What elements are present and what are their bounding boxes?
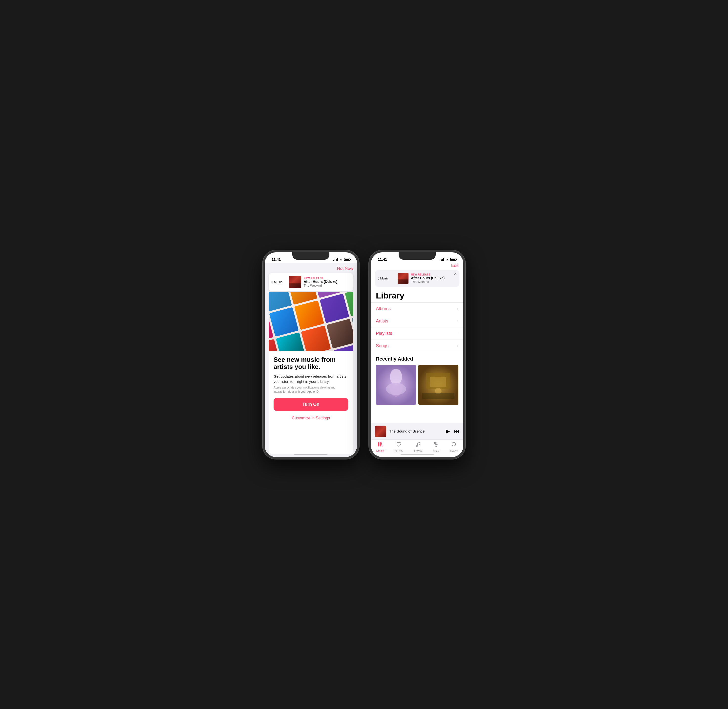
promo-description: Get updates about new releases from arti… [274,373,348,384]
svg-point-2 [386,383,406,395]
tab-browse[interactable]: Browse [414,442,422,452]
wifi-icon-1: ▲ [339,257,342,261]
svg-rect-8 [378,442,379,446]
music-notification-card-1:  Music NEW RELEASE After Hours (Deluxe)… [269,273,353,291]
browse-tab-icon [415,442,421,449]
edit-button[interactable]: Edit [451,263,459,268]
phone-2-screen: 11:41 ▲ Edit [371,252,463,457]
tab-search[interactable]: Search [450,442,458,452]
notification-overlay: Not Now  Music NEW RELEASE After H [265,263,357,457]
album-thumb-1 [289,276,301,288]
tab-browse-label: Browse [414,449,422,452]
now-playing-controls: ▶ ⏭ [446,428,459,435]
tab-library-label: Library [376,449,384,452]
library-section: Library Albums › Artists › Playlists › [371,291,463,423]
phone-1: 11:41 ▲ Not Now [263,250,359,459]
svg-point-10 [416,445,417,446]
recent-album-1[interactable] [376,365,416,405]
promo-heading: See new music from artists you like. [274,356,348,371]
radio-tab-icon [434,442,439,449]
tab-for-you-label: For You [395,449,403,452]
promo-section: See new music from artists you like. Get… [269,351,353,454]
chevron-artists: › [457,319,459,323]
skip-button[interactable]: ⏭ [454,428,459,435]
recently-added-title: Recently Added [376,356,459,362]
tab-search-label: Search [450,449,458,452]
status-time-1: 11:41 [272,257,281,261]
status-icons-2: ▲ [440,257,456,261]
library-item-songs[interactable]: Songs › [371,340,463,352]
close-notification-button[interactable]: ✕ [454,272,457,276]
phone-1-screen: 11:41 ▲ Not Now [265,252,357,457]
svg-rect-5 [430,376,446,387]
music-card-text-2: NEW RELEASE After Hours (Deluxe) The Wee… [411,273,456,284]
library-title: Library [371,291,463,302]
album-thumb-2 [397,273,409,284]
now-playing-bar: The Sound of Silence ▶ ⏭ [371,423,463,439]
svg-point-1 [390,369,402,385]
home-indicator-2 [400,454,434,455]
home-indicator-1 [294,454,328,455]
album-mosaic [269,292,353,351]
edit-btn-container: Edit [371,263,463,270]
svg-line-16 [455,445,456,446]
music-card-text-1: NEW RELEASE After Hours (Deluxe) The Wee… [304,277,350,287]
apple-music-logo-1:  Music [272,280,282,284]
not-now-button[interactable]: Not Now [337,266,353,271]
chevron-albums: › [457,306,459,311]
play-button[interactable]: ▶ [446,428,450,435]
phone2-content: Edit  Music NEW RELEASE After Hours (De… [371,263,463,457]
promo-disclaimer: Apple associates your notifications view… [274,385,348,394]
now-playing-title: The Sound of Silence [389,429,443,433]
search-tab-icon [451,442,457,449]
svg-point-15 [452,442,456,446]
turn-on-button[interactable]: Turn On [274,398,348,411]
recent-album-2[interactable] [418,365,459,405]
tab-library[interactable]: Library [376,442,384,452]
for-you-tab-icon [396,442,402,449]
svg-point-11 [419,444,420,446]
library-item-playlists[interactable]: Playlists › [371,327,463,340]
status-icons-1: ▲ [333,257,350,261]
signal-icon-2 [440,258,444,261]
apple-logo-2:  [378,276,379,280]
chevron-songs: › [457,344,459,348]
notch-1 [292,252,329,260]
status-time-2: 11:41 [378,257,387,261]
library-tab-icon [377,442,383,449]
tab-for-you[interactable]: For You [395,442,403,452]
phone-2: 11:41 ▲ Edit [369,250,465,459]
chevron-playlists: › [457,331,459,336]
tab-radio[interactable]: Radio [433,442,440,452]
phone1-content: Not Now  Music NEW RELEASE After H [265,263,357,457]
recently-added-grid [376,365,459,405]
battery-icon-2 [450,258,456,261]
customize-button[interactable]: Customize in Settings [274,414,348,422]
signal-icon-1 [333,258,338,261]
now-playing-thumb [375,426,386,437]
tab-radio-label: Radio [433,449,440,452]
library-item-artists[interactable]: Artists › [371,315,463,327]
library-item-albums[interactable]: Albums › [371,303,463,315]
library-list: Albums › Artists › Playlists › Songs › [371,302,463,352]
recently-added-section: Recently Added [371,352,463,407]
battery-icon-1 [344,258,350,261]
wifi-icon-2: ▲ [446,257,449,261]
svg-rect-9 [380,442,381,446]
music-notification-card-2:  Music NEW RELEASE After Hours (Deluxe)… [375,270,459,287]
svg-rect-7 [422,393,454,399]
notch-2 [399,252,436,260]
